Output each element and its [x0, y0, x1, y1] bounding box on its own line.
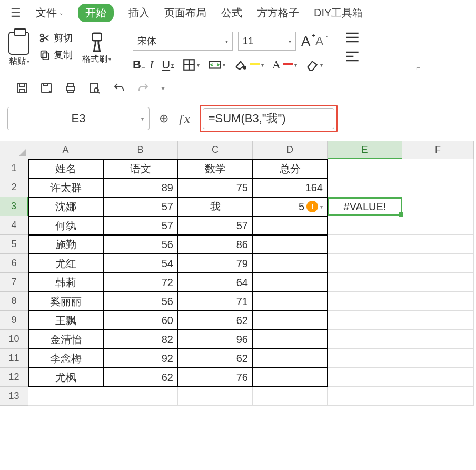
menu-diy[interactable]: DIY工具箱 [314, 6, 363, 20]
undo-icon[interactable] [113, 82, 125, 94]
cell[interactable] [402, 254, 474, 273]
cell[interactable]: 语文 [103, 159, 178, 178]
row-header[interactable]: 7 [0, 273, 28, 292]
save-as-icon[interactable] [40, 82, 53, 94]
cell[interactable]: 金清怡 [28, 330, 103, 349]
italic-button[interactable]: I [150, 58, 153, 72]
cell[interactable] [253, 273, 328, 292]
col-header-b[interactable]: B [103, 141, 178, 159]
row-header[interactable]: 9 [0, 311, 28, 330]
cell[interactable] [402, 387, 474, 406]
cell[interactable]: 王飘 [28, 311, 103, 330]
cell[interactable] [328, 292, 402, 311]
eraser-button[interactable]: ▾ [305, 58, 323, 72]
cell[interactable]: 56 [103, 292, 178, 311]
fx-icon[interactable]: ƒx [178, 112, 190, 126]
font-color-button[interactable]: A ▾ [272, 58, 297, 72]
cell[interactable]: 71 [178, 292, 253, 311]
cell[interactable] [253, 349, 328, 368]
format-painter-button[interactable]: 格式刷▾ [82, 32, 111, 72]
align-top-icon[interactable] [345, 32, 360, 43]
cell[interactable] [103, 387, 178, 406]
cell[interactable]: 尤枫 [28, 368, 103, 387]
cell[interactable]: 79 [178, 254, 253, 273]
cell[interactable]: 56 [103, 235, 178, 254]
row-header[interactable]: 10 [0, 330, 28, 349]
formula-input[interactable]: =SUM(B3,"我") [203, 108, 334, 129]
cell[interactable] [253, 387, 328, 406]
menu-layout[interactable]: 页面布局 [164, 6, 206, 20]
cell[interactable]: 72 [103, 273, 178, 292]
cell[interactable] [253, 216, 328, 235]
menu-start[interactable]: 开始 [78, 4, 114, 22]
cell[interactable]: 57 [103, 216, 178, 235]
redo-icon[interactable] [137, 82, 150, 94]
cell[interactable]: 86 [178, 235, 253, 254]
paste-button[interactable]: 粘贴▾ [8, 32, 29, 72]
cell[interactable] [253, 235, 328, 254]
cell[interactable]: 57 [178, 216, 253, 235]
row-header[interactable]: 1 [0, 159, 28, 178]
fill-color-button[interactable]: ▾ [234, 58, 264, 72]
cell[interactable] [328, 368, 402, 387]
cell[interactable]: 许太群 [28, 178, 103, 197]
cell[interactable] [253, 311, 328, 330]
copy-button[interactable]: 复制 [39, 48, 73, 61]
increase-font-button[interactable]: A+ [301, 33, 310, 50]
cell[interactable] [253, 330, 328, 349]
col-header-c[interactable]: C [178, 141, 253, 159]
cell[interactable] [402, 235, 474, 254]
cell[interactable] [402, 330, 474, 349]
cell[interactable]: 何纨 [28, 216, 103, 235]
cell[interactable]: 沈娜 [28, 197, 103, 216]
cell[interactable]: 75 [178, 178, 253, 197]
cell[interactable]: 60 [103, 311, 178, 330]
cut-button[interactable]: 剪切 [39, 32, 73, 44]
cell[interactable]: 62 [103, 368, 178, 387]
zoom-icon[interactable]: ⊕ [159, 112, 168, 125]
borders-button[interactable]: ▾ [182, 58, 200, 72]
cell[interactable] [402, 368, 474, 387]
cell[interactable] [402, 178, 474, 197]
merge-button[interactable]: ▾ [208, 58, 225, 72]
warning-dropdown-icon[interactable]: ▾ [320, 204, 323, 210]
col-header-f[interactable]: F [402, 141, 474, 159]
active-cell[interactable]: #VALUE! [328, 197, 402, 216]
cell[interactable] [402, 159, 474, 178]
bold-button[interactable]: B [133, 58, 141, 72]
qat-more-icon[interactable]: ▾ [161, 84, 165, 92]
cell[interactable]: 李念梅 [28, 349, 103, 368]
col-header-a[interactable]: A [28, 141, 103, 159]
cell[interactable] [328, 330, 402, 349]
cell[interactable]: 韩莉 [28, 273, 103, 292]
cell[interactable] [253, 292, 328, 311]
col-header-e[interactable]: E [328, 141, 402, 159]
font-size-select[interactable]: 11▾ [238, 32, 296, 51]
cell[interactable] [402, 273, 474, 292]
cell[interactable]: 92 [103, 349, 178, 368]
cell[interactable]: 我 [178, 197, 253, 216]
cell[interactable]: 尤红 [28, 254, 103, 273]
name-box[interactable]: E3▾ [7, 107, 150, 130]
cell[interactable] [28, 387, 103, 406]
cell[interactable] [402, 197, 474, 216]
cell[interactable]: 姓名 [28, 159, 103, 178]
cell[interactable] [402, 216, 474, 235]
hamburger-icon[interactable]: ☰ [11, 6, 21, 20]
cell[interactable]: 5!▾ [253, 197, 328, 216]
cell[interactable]: 57 [103, 197, 178, 216]
cell[interactable] [328, 178, 402, 197]
menu-ffgz[interactable]: 方方格子 [257, 6, 299, 20]
menu-insert[interactable]: 插入 [128, 6, 150, 20]
cell[interactable]: 施勤 [28, 235, 103, 254]
cell[interactable]: 64 [178, 273, 253, 292]
row-header[interactable]: 13 [0, 387, 28, 406]
cell[interactable]: 62 [178, 311, 253, 330]
select-all-corner[interactable] [0, 141, 28, 159]
align-left-icon[interactable] [345, 51, 360, 62]
cell[interactable]: 89 [103, 178, 178, 197]
cell[interactable] [328, 216, 402, 235]
cell[interactable] [402, 292, 474, 311]
row-header[interactable]: 5 [0, 235, 28, 254]
font-name-select[interactable]: 宋体▾ [133, 32, 233, 51]
